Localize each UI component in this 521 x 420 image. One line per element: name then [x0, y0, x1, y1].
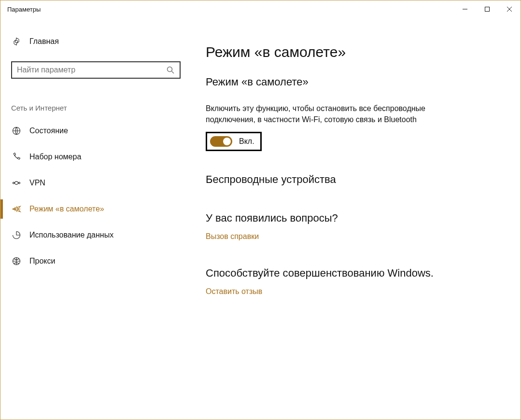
- page-title: Режим «в самолете»: [206, 44, 496, 60]
- svg-point-5: [168, 67, 172, 72]
- home-button[interactable]: Главная: [0, 32, 191, 51]
- globe-grid-icon: [11, 126, 22, 136]
- nav-item-vpn[interactable]: VPN: [0, 170, 191, 196]
- close-button[interactable]: [498, 1, 521, 17]
- window-controls: [454, 1, 521, 17]
- airplane-description: Включить эту функцию, чтобы остановить в…: [206, 103, 476, 125]
- phone-icon: [11, 152, 22, 162]
- toggle-knob: [223, 138, 231, 145]
- svg-point-9: [18, 182, 20, 183]
- section-title-wireless: Беспроводные устройства: [206, 173, 496, 186]
- svg-rect-1: [485, 7, 490, 12]
- settings-window: Параметры Главная: [0, 0, 521, 420]
- feedback-title: Способствуйте совершенствованию Windows.: [206, 267, 496, 280]
- gear-icon: [11, 36, 22, 47]
- maximize-button[interactable]: [476, 1, 498, 17]
- titlebar: Параметры: [0, 0, 521, 18]
- nav-label: Режим «в самолете»: [29, 205, 104, 213]
- sidebar: Главная Сеть и Интернет Состояние: [0, 18, 191, 420]
- airplane-mode-toggle[interactable]: [210, 136, 232, 147]
- home-label: Главная: [29, 37, 59, 46]
- nav-label: Набор номера: [29, 153, 81, 161]
- feedback-link[interactable]: Оставить отзыв: [206, 287, 262, 296]
- svg-point-8: [13, 182, 14, 183]
- search-input[interactable]: [17, 66, 166, 74]
- section-title-airplane: Режим «в самолете»: [206, 76, 496, 88]
- search-box[interactable]: [11, 61, 181, 79]
- nav-label: Состояние: [29, 126, 68, 135]
- airplane-mode-toggle-highlight: Вкл.: [206, 132, 262, 151]
- window-body: Главная Сеть и Интернет Состояние: [0, 18, 521, 420]
- help-link[interactable]: Вызов справки: [206, 232, 259, 241]
- vpn-icon: [11, 178, 22, 188]
- nav-item-data-usage[interactable]: Использование данных: [0, 222, 191, 248]
- nav-label: VPN: [29, 179, 45, 187]
- help-title: У вас появились вопросы?: [206, 212, 496, 224]
- nav-item-proxy[interactable]: Прокси: [0, 248, 191, 274]
- nav-label: Прокси: [29, 257, 55, 266]
- svg-point-4: [15, 40, 17, 42]
- nav-item-status[interactable]: Состояние: [0, 118, 191, 144]
- toggle-state-label: Вкл.: [239, 137, 254, 146]
- data-usage-icon: [11, 230, 22, 240]
- nav-item-airplane-mode[interactable]: Режим «в самолете»: [0, 196, 191, 222]
- nav-label: Использование данных: [29, 231, 113, 239]
- nav-item-dialup[interactable]: Набор номера: [0, 144, 191, 170]
- nav-list: Состояние Набор номера VPN: [0, 118, 191, 274]
- search-icon: [166, 66, 175, 74]
- airplane-icon: [11, 204, 22, 214]
- window-title: Параметры: [7, 6, 454, 13]
- globe-icon: [11, 256, 22, 266]
- main-content: Режим «в самолете» Режим «в самолете» Вк…: [191, 18, 521, 420]
- category-title: Сеть и Интернет: [11, 104, 191, 112]
- minimize-button[interactable]: [454, 1, 476, 17]
- svg-line-6: [172, 71, 174, 74]
